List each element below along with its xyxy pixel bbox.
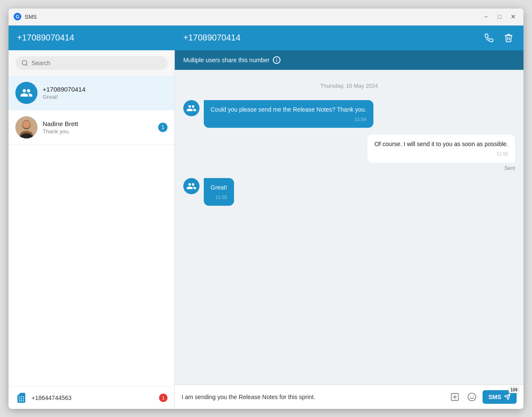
message-text-3: Great!: [211, 184, 227, 191]
sms-label: SMS: [489, 394, 501, 400]
titlebar-left: G SMS: [14, 13, 37, 20]
phone-icon: [484, 33, 494, 43]
top-header: +17089070414 +17089070414: [9, 26, 523, 50]
char-count: 109: [509, 387, 519, 393]
app-window: G SMS − □ ✕ +17089070414 +17089070414: [9, 9, 523, 409]
message-time-2: 11:55: [374, 150, 508, 158]
contact-item-nadine[interactable]: Nadine Brett Thank you. 1: [9, 110, 174, 145]
message-time-1: 11:54: [211, 116, 367, 123]
sim-card-icon: [15, 392, 27, 404]
trash-icon: [504, 33, 513, 43]
sidebar-bottom-contact[interactable]: +18644744563 1: [9, 386, 174, 409]
svg-point-5: [23, 121, 30, 128]
contact-list: +17089070414 Great!: [9, 76, 174, 386]
search-area: [9, 50, 174, 76]
contact-preview-group: Great!: [43, 94, 168, 100]
search-icon: [21, 60, 28, 66]
attachment-icon: [450, 392, 460, 402]
contact-badge-nadine: 1: [158, 123, 168, 132]
contact-info-group: +17089070414 Great!: [43, 86, 168, 100]
header-actions: [483, 32, 515, 44]
chat-header: +17089070414: [175, 26, 523, 50]
warning-text: Multiple users share this number: [183, 57, 269, 63]
call-button[interactable]: [483, 32, 495, 44]
message-row-2: Of course. I will send it to you as soon…: [183, 135, 515, 171]
message-time-3: 11:55: [211, 194, 227, 201]
minimize-button[interactable]: −: [481, 12, 491, 22]
message-status-2: Sent: [504, 165, 515, 171]
contact-name-group: +17089070414: [43, 86, 168, 93]
send-arrow-icon: [504, 394, 511, 400]
chat-warning-bar: Multiple users share this number i: [175, 50, 523, 70]
app-title: SMS: [25, 14, 37, 20]
svg-line-1: [26, 64, 27, 66]
bubble-1: Could you please send me the Release Not…: [204, 100, 373, 128]
close-button[interactable]: ✕: [508, 12, 518, 22]
message-row-3: Great! 11:55: [183, 178, 515, 206]
sidebar: +17089070414 Great!: [9, 50, 175, 409]
app-logo: G: [14, 13, 21, 20]
message-text-2: Of course. I will send it to you as soon…: [374, 141, 508, 147]
search-input-wrap[interactable]: [15, 56, 168, 70]
contact-avatar-group: [15, 82, 38, 104]
contact-info-nadine: Nadine Brett Thank you.: [43, 120, 153, 135]
bubble-2: Of course. I will send it to you as soon…: [367, 135, 515, 163]
sms-send-button[interactable]: 109 SMS: [483, 390, 517, 404]
bottom-phone-number: +18644744563: [32, 394, 155, 401]
attachment-button[interactable]: [448, 391, 461, 403]
bubble-3: Great! 11:55: [204, 178, 234, 206]
maximize-button[interactable]: □: [494, 12, 505, 22]
contact-avatar-nadine: [15, 116, 38, 138]
bottom-badge: 1: [159, 394, 168, 402]
window-controls: − □ ✕: [481, 12, 518, 22]
delete-button[interactable]: [502, 32, 515, 44]
msg-avatar-1: [183, 100, 200, 116]
titlebar: G SMS − □ ✕: [9, 9, 523, 26]
search-input[interactable]: [32, 60, 162, 66]
sidebar-header: +17089070414: [9, 26, 175, 50]
chat-messages: Thursday, 16 May 2024 Could you please s…: [175, 70, 523, 385]
msg-avatar-3: [183, 178, 200, 194]
message-input[interactable]: [182, 394, 444, 400]
info-icon: i: [273, 56, 280, 64]
chat-area: Multiple users share this number i Thurs…: [175, 50, 523, 409]
sidebar-phone-number: +17089070414: [17, 33, 74, 43]
emoji-button[interactable]: [466, 391, 478, 403]
chat-input-area: 109 SMS: [175, 385, 523, 409]
contact-name-nadine: Nadine Brett: [43, 120, 153, 127]
contact-item-group[interactable]: +17089070414 Great!: [9, 76, 174, 110]
main-content: +17089070414 Great!: [9, 50, 523, 409]
contact-preview-nadine: Thank you.: [43, 128, 153, 135]
chat-phone-number: +17089070414: [183, 33, 240, 43]
date-divider: Thursday, 16 May 2024: [183, 83, 515, 89]
emoji-icon: [467, 392, 477, 402]
message-text-1: Could you please send me the Release Not…: [211, 106, 367, 113]
svg-point-10: [468, 393, 475, 400]
message-row-1: Could you please send me the Release Not…: [183, 100, 515, 128]
